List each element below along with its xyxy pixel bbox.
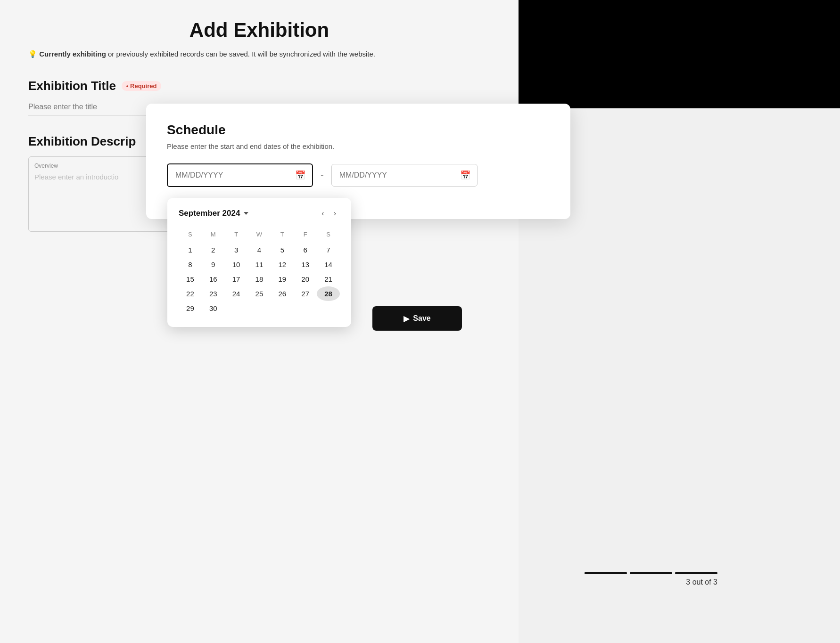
exhibition-title-section: Exhibition Title • Required <box>28 79 490 93</box>
calendar-day[interactable]: 2 <box>202 243 225 257</box>
calendar-day[interactable]: 14 <box>317 257 340 272</box>
calendar-day[interactable]: 23 <box>202 286 225 301</box>
calendar-day-header: T <box>225 228 248 243</box>
schedule-title: Schedule <box>167 122 550 138</box>
calendar-day[interactable]: 5 <box>271 243 294 257</box>
end-date-input[interactable] <box>332 164 477 186</box>
progress-label: 3 out of 3 <box>686 578 717 586</box>
calendar-day[interactable]: 15 <box>179 272 202 286</box>
calendar-day[interactable]: 8 <box>179 257 202 272</box>
calendar-day[interactable]: 16 <box>202 272 225 286</box>
calendar-day[interactable]: 13 <box>294 257 317 272</box>
progress-area: 3 out of 3 <box>585 572 717 586</box>
black-rect-top <box>510 0 840 108</box>
calendar-day[interactable]: 12 <box>271 257 294 272</box>
calendar-day[interactable]: 18 <box>248 272 271 286</box>
start-date-input[interactable] <box>168 164 312 186</box>
calendar-day[interactable]: 22 <box>179 286 202 301</box>
calendar-day[interactable]: 17 <box>225 272 248 286</box>
calendar-day[interactable]: 27 <box>294 286 317 301</box>
calendar-dropdown: September 2024 ‹ › SMTWTFS 1234567891011… <box>167 198 351 327</box>
calendar-day[interactable]: 4 <box>248 243 271 257</box>
calendar-week-row: 15161718192021 <box>179 272 340 286</box>
calendar-day[interactable]: 19 <box>271 272 294 286</box>
month-chevron-icon[interactable] <box>244 212 248 215</box>
calendar-day[interactable]: 26 <box>271 286 294 301</box>
calendar-grid: SMTWTFS 12345678910111213141516171819202… <box>179 228 340 316</box>
page-title: Add Exhibition <box>28 19 490 41</box>
calendar-day[interactable]: 1 <box>179 243 202 257</box>
calendar-body: 1234567891011121314151617181920212223242… <box>179 243 340 316</box>
calendar-day[interactable]: 28 <box>317 286 340 301</box>
calendar-nav: ‹ › <box>318 207 340 220</box>
required-badge: • Required <box>122 81 162 91</box>
calendar-day[interactable]: 21 <box>317 272 340 286</box>
date-separator: - <box>321 170 324 181</box>
calendar-day-header: S <box>179 228 202 243</box>
progress-bar-3 <box>675 572 717 574</box>
calendar-week-row: 2930 <box>179 301 340 316</box>
calendar-week-row: 22232425262728 <box>179 286 340 301</box>
next-month-button[interactable]: › <box>330 207 340 220</box>
calendar-day-header: W <box>248 228 271 243</box>
exhibition-title-label: Exhibition Title <box>28 79 116 93</box>
info-icon: 💡 <box>28 50 37 58</box>
calendar-month-label: September 2024 <box>179 209 248 218</box>
calendar-day[interactable]: 10 <box>225 257 248 272</box>
calendar-day-header: M <box>202 228 225 243</box>
save-button[interactable]: ▶ Save <box>372 306 462 331</box>
progress-bars <box>585 572 717 574</box>
calendar-day[interactable]: 11 <box>248 257 271 272</box>
calendar-day-header: T <box>271 228 294 243</box>
calendar-day[interactable]: 25 <box>248 286 271 301</box>
schedule-description: Please enter the start and end dates of … <box>167 142 550 150</box>
save-icon: ▶ <box>404 314 409 323</box>
date-row: 📅 - 📅 <box>167 163 550 187</box>
calendar-header-row: SMTWTFS <box>179 228 340 243</box>
calendar-day[interactable]: 29 <box>179 301 202 316</box>
info-text: or previously exhibited records can be s… <box>108 50 375 58</box>
calendar-day[interactable]: 9 <box>202 257 225 272</box>
currently-exhibiting-label: Currently exhibiting <box>39 50 106 58</box>
calendar-week-row: 891011121314 <box>179 257 340 272</box>
progress-bar-1 <box>585 572 627 574</box>
info-banner: 💡 Currently exhibiting or previously exh… <box>28 49 490 60</box>
calendar-day-header: S <box>317 228 340 243</box>
calendar-day-header: F <box>294 228 317 243</box>
calendar-day[interactable]: 20 <box>294 272 317 286</box>
calendar-day[interactable]: 30 <box>202 301 225 316</box>
calendar-header: September 2024 ‹ › <box>179 207 340 220</box>
calendar-day[interactable]: 3 <box>225 243 248 257</box>
save-label: Save <box>413 314 430 323</box>
calendar-day[interactable]: 7 <box>317 243 340 257</box>
end-date-wrap[interactable]: 📅 <box>331 164 478 187</box>
start-date-wrap[interactable]: 📅 <box>167 163 313 187</box>
calendar-week-row: 1234567 <box>179 243 340 257</box>
calendar-day[interactable]: 6 <box>294 243 317 257</box>
progress-bar-2 <box>630 572 672 574</box>
calendar-day[interactable]: 24 <box>225 286 248 301</box>
prev-month-button[interactable]: ‹ <box>318 207 328 220</box>
